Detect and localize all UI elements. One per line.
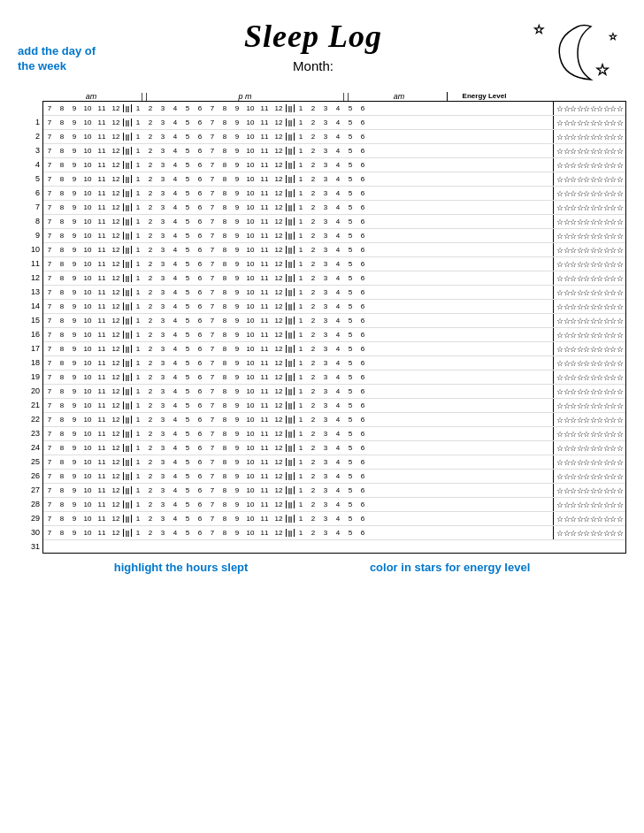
- hours-section: 789101112||123456789101112||123456: [43, 526, 553, 539]
- hour-cell: 9: [231, 147, 243, 155]
- hour-cell: 3: [319, 458, 332, 466]
- hour-cell: 12: [109, 387, 123, 395]
- hour-cell: 4: [332, 147, 344, 155]
- hour-cell: 11: [257, 430, 272, 438]
- hour-cell: 9: [68, 529, 80, 537]
- hour-cell: 9: [68, 274, 80, 282]
- hours-section: 789101112||123456789101112||123456: [43, 215, 553, 228]
- bottom-labels: highlight the hours slept color in stars…: [18, 561, 626, 574]
- hour-cell: 8: [218, 345, 231, 353]
- hour-cell: 3: [319, 359, 332, 367]
- hour-cell: 2: [307, 203, 319, 211]
- separator-cell: ||: [286, 486, 295, 494]
- hour-cell: 11: [95, 317, 109, 325]
- hour-cell: 3: [157, 529, 169, 537]
- day-cell: 18: [18, 355, 42, 370]
- hour-cell: 5: [344, 401, 356, 409]
- hour-cell: 11: [257, 444, 272, 452]
- hour-cell: 2: [307, 161, 319, 169]
- day-cell: 17: [18, 341, 42, 355]
- hour-cell: 8: [56, 317, 68, 325]
- hour-cell: 4: [332, 118, 344, 126]
- separator-cell: ||: [286, 416, 295, 424]
- hour-cell: 5: [344, 232, 356, 240]
- hour-cell: 10: [80, 501, 95, 508]
- hour-cell: 10: [243, 501, 257, 508]
- hour-cell: 11: [95, 345, 109, 353]
- hour-cell: 3: [319, 175, 332, 183]
- hour-cell: 9: [68, 260, 80, 268]
- hour-cell: 7: [43, 104, 56, 112]
- separator-1: | |: [139, 92, 150, 101]
- hour-cell: 6: [194, 203, 206, 211]
- energy-cell: ☆☆☆☆☆☆☆☆☆☆: [553, 399, 625, 412]
- hour-cell: 1: [132, 331, 144, 339]
- hour-cell: 9: [68, 246, 80, 254]
- hour-cell: 7: [43, 359, 56, 367]
- hour-cell: 12: [272, 246, 286, 254]
- hour-cell: 12: [109, 274, 123, 282]
- separator-cell: ||: [286, 218, 295, 225]
- hour-cell: 10: [80, 416, 95, 424]
- energy-cell: ☆☆☆☆☆☆☆☆☆☆: [553, 130, 625, 143]
- hour-cell: 9: [68, 515, 80, 523]
- hour-cell: 3: [157, 104, 169, 112]
- hour-cell: 10: [243, 133, 257, 141]
- hour-cell: 9: [231, 401, 243, 409]
- hour-cell: 6: [356, 288, 369, 296]
- hour-cell: 6: [194, 218, 206, 225]
- separator-cell: ||: [286, 104, 295, 112]
- day-cell: 14: [18, 299, 42, 313]
- energy-cell: ☆☆☆☆☆☆☆☆☆☆: [553, 470, 625, 483]
- hour-cell: 9: [231, 218, 243, 225]
- hour-cell: 5: [181, 430, 194, 438]
- hour-cell: 12: [109, 472, 123, 480]
- hour-cell: 3: [319, 331, 332, 339]
- hour-cell: 5: [181, 486, 194, 494]
- energy-cell: ☆☆☆☆☆☆☆☆☆☆: [553, 187, 625, 200]
- hour-cell: 1: [295, 175, 307, 183]
- hour-cell: 3: [157, 260, 169, 268]
- hour-cell: 3: [319, 246, 332, 254]
- hour-cell: 11: [257, 218, 272, 225]
- hour-cell: 3: [157, 302, 169, 310]
- day-cell: 21: [18, 398, 42, 412]
- hour-cell: 12: [272, 359, 286, 367]
- hour-cell: 9: [68, 288, 80, 296]
- pm-label: p m: [150, 92, 341, 101]
- hour-cell: 8: [56, 486, 68, 494]
- month-label: Month:: [106, 58, 520, 73]
- table-row: 789101112||123456789101112||123456☆☆☆☆☆☆…: [43, 271, 625, 286]
- hour-cell: 4: [169, 331, 181, 339]
- hour-cell: 10: [243, 529, 257, 537]
- hour-cell: 7: [43, 387, 56, 395]
- hour-cell: 3: [319, 472, 332, 480]
- hour-cell: 10: [80, 260, 95, 268]
- hours-section: 789101112||123456789101112||123456: [43, 271, 553, 285]
- energy-cell: ☆☆☆☆☆☆☆☆☆☆: [553, 371, 625, 384]
- hour-cell: 5: [181, 515, 194, 523]
- hour-cell: 11: [257, 203, 272, 211]
- hour-cell: 1: [295, 401, 307, 409]
- hour-cell: 1: [132, 147, 144, 155]
- hour-cell: 4: [332, 458, 344, 466]
- hour-cell: 6: [356, 529, 369, 537]
- hour-cell: 6: [356, 302, 369, 310]
- hour-cell: 8: [56, 387, 68, 395]
- hour-cell: 9: [231, 133, 243, 141]
- hour-cell: 10: [80, 472, 95, 480]
- hour-cell: 1: [295, 161, 307, 169]
- hour-cell: 5: [181, 232, 194, 240]
- hour-cell: 7: [206, 260, 218, 268]
- hour-cell: 9: [231, 302, 243, 310]
- hour-cell: 4: [332, 260, 344, 268]
- hour-cell: 3: [319, 232, 332, 240]
- separator-cell: ||: [286, 133, 295, 141]
- hour-cell: 2: [144, 175, 157, 183]
- hour-cell: 1: [132, 416, 144, 424]
- table-row: 789101112||123456789101112||123456☆☆☆☆☆☆…: [43, 498, 625, 512]
- hour-cell: 7: [206, 444, 218, 452]
- hour-cell: 1: [132, 317, 144, 325]
- hour-cell: 5: [181, 274, 194, 282]
- separator-cell: ||: [123, 302, 132, 310]
